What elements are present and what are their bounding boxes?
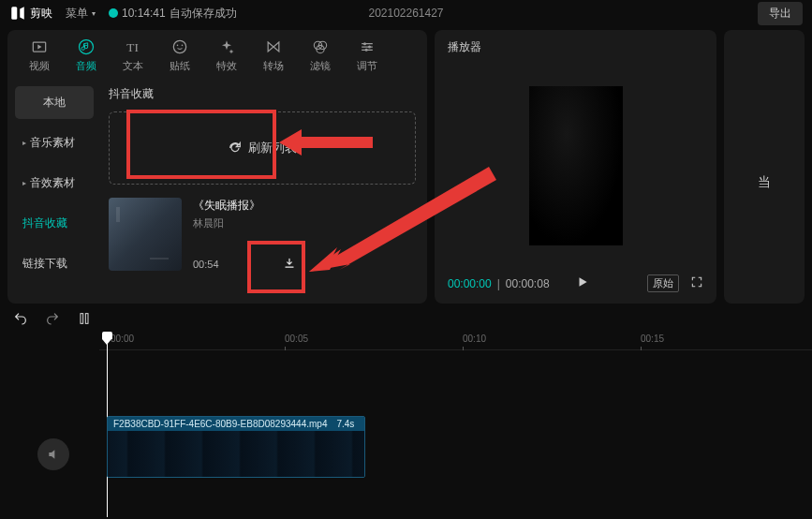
play-icon bbox=[576, 275, 589, 289]
tab-effects[interactable]: 特效 bbox=[204, 37, 249, 73]
split-icon bbox=[77, 311, 92, 326]
player-stage[interactable] bbox=[435, 65, 716, 267]
time-current: 00:00:00 bbox=[448, 277, 492, 290]
player-controls: 00:00:00 | 00:00:08 原始 bbox=[435, 267, 716, 304]
sidebar-item-music[interactable]: ▸音乐素材 bbox=[15, 126, 94, 159]
audio-duration: 00:54 bbox=[193, 259, 219, 270]
original-ratio-button[interactable]: 原始 bbox=[647, 274, 679, 292]
svg-point-6 bbox=[177, 45, 179, 47]
video-icon bbox=[30, 37, 49, 56]
tab-text[interactable]: TI 文本 bbox=[111, 37, 155, 73]
svg-point-7 bbox=[182, 45, 184, 47]
track-mute-button[interactable] bbox=[37, 438, 69, 470]
tab-adjust[interactable]: 调节 bbox=[345, 37, 390, 73]
undo-icon bbox=[13, 311, 28, 326]
tab-transition[interactable]: 转场 bbox=[251, 37, 296, 73]
time-total: 00:00:08 bbox=[506, 277, 550, 290]
player-panel: 播放器 00:00:00 | 00:00:08 原始 bbox=[435, 30, 716, 304]
transition-icon bbox=[264, 37, 283, 56]
svg-point-3 bbox=[80, 40, 94, 54]
ruler-mark: 00:15 bbox=[641, 334, 664, 344]
download-button[interactable] bbox=[283, 257, 296, 272]
svg-rect-0 bbox=[11, 7, 17, 20]
ruler-mark: 00:05 bbox=[285, 334, 308, 344]
svg-point-13 bbox=[365, 49, 368, 52]
menu-dropdown[interactable]: 菜单 ▾ bbox=[66, 6, 96, 22]
text-icon: TI bbox=[124, 37, 142, 56]
audio-meta: 《失眠播报》 林晨阳 00:54 bbox=[193, 198, 416, 272]
sidebar-item-link[interactable]: 链接下载 bbox=[15, 247, 94, 280]
clip-thumbnails bbox=[108, 431, 364, 477]
svg-marker-2 bbox=[37, 45, 41, 50]
refresh-list-button[interactable]: 刷新列表 bbox=[109, 111, 416, 185]
svg-text:TI: TI bbox=[126, 40, 139, 54]
timecode: 00:00:00 | 00:00:08 bbox=[448, 277, 550, 290]
title-bar: 剪映 菜单 ▾ 10:14:41 自动保存成功 202102261427 导出 bbox=[0, 0, 812, 26]
timeline[interactable]: 00:00 00:05 00:10 00:15 F2B38CBD-91FF-4E… bbox=[0, 334, 812, 517]
timeline-ruler[interactable]: 00:00 00:05 00:10 00:15 bbox=[99, 334, 812, 350]
sidebar-item-douyin[interactable]: 抖音收藏 bbox=[15, 207, 94, 240]
sticker-icon bbox=[170, 37, 189, 56]
sidebar-item-sfx[interactable]: ▸音效素材 bbox=[15, 167, 94, 200]
svg-point-11 bbox=[363, 42, 366, 45]
app-logo: 剪映 bbox=[9, 5, 52, 22]
play-button[interactable] bbox=[576, 275, 589, 291]
audio-title: 《失眠播报》 bbox=[193, 198, 416, 214]
sidebar-item-local[interactable]: 本地 bbox=[15, 86, 94, 119]
player-title: 播放器 bbox=[435, 30, 716, 65]
timeline-toolbar bbox=[0, 309, 812, 332]
download-icon bbox=[283, 257, 296, 270]
split-button[interactable] bbox=[77, 311, 92, 330]
tab-filter[interactable]: 滤镜 bbox=[298, 37, 343, 73]
media-tabs: 视频 音频 TI 文本 贴纸 特效 转场 bbox=[7, 30, 427, 79]
fullscreen-button[interactable] bbox=[690, 275, 703, 291]
adjust-icon bbox=[358, 37, 376, 56]
video-clip[interactable]: F2B38CBD-91FF-4E6C-80B9-EB8D08293444.mp4… bbox=[107, 416, 365, 478]
sparkle-icon bbox=[217, 37, 236, 56]
undo-button[interactable] bbox=[13, 311, 28, 330]
svg-point-5 bbox=[173, 40, 185, 52]
media-panel: 视频 音频 TI 文本 贴纸 特效 转场 bbox=[7, 30, 427, 304]
tab-video[interactable]: 视频 bbox=[17, 37, 62, 73]
ruler-mark: 00:10 bbox=[463, 334, 486, 344]
triangle-icon: ▸ bbox=[22, 139, 26, 147]
export-button[interactable]: 导出 bbox=[758, 2, 803, 25]
redo-icon bbox=[45, 311, 60, 326]
app-name: 剪映 bbox=[30, 6, 52, 22]
section-title: 抖音收藏 bbox=[109, 86, 416, 102]
audio-content: 抖音收藏 刷新列表 《失眠播报》 林晨阳 00:54 bbox=[101, 79, 427, 304]
svg-point-12 bbox=[368, 46, 371, 49]
check-icon bbox=[109, 8, 118, 18]
svg-rect-15 bbox=[81, 314, 83, 324]
chevron-down-icon: ▾ bbox=[92, 9, 96, 18]
clip-label: F2B38CBD-91FF-4E6C-80B9-EB8D08293444.mp4… bbox=[108, 417, 364, 431]
logo-icon bbox=[9, 5, 26, 22]
audio-item[interactable]: 《失眠播报》 林晨阳 00:54 bbox=[109, 198, 416, 272]
audio-icon bbox=[77, 37, 96, 56]
tab-sticker[interactable]: 贴纸 bbox=[157, 37, 202, 73]
properties-panel: 当 bbox=[724, 30, 805, 304]
audio-thumbnail bbox=[109, 198, 182, 271]
refresh-icon bbox=[228, 141, 243, 156]
speaker-icon bbox=[46, 447, 61, 462]
project-name: 202102261427 bbox=[368, 7, 443, 20]
save-status: 10:14:41 自动保存成功 bbox=[109, 6, 237, 22]
expand-icon bbox=[690, 275, 703, 289]
audio-source-nav: 本地 ▸音乐素材 ▸音效素材 抖音收藏 链接下载 bbox=[7, 79, 101, 304]
svg-rect-16 bbox=[85, 314, 88, 324]
redo-button[interactable] bbox=[45, 311, 60, 330]
tab-audio[interactable]: 音频 bbox=[64, 37, 109, 73]
audio-artist: 林晨阳 bbox=[193, 216, 416, 230]
triangle-icon: ▸ bbox=[22, 179, 26, 187]
video-preview bbox=[529, 86, 623, 245]
svg-marker-14 bbox=[579, 277, 586, 286]
filter-icon bbox=[311, 37, 330, 56]
